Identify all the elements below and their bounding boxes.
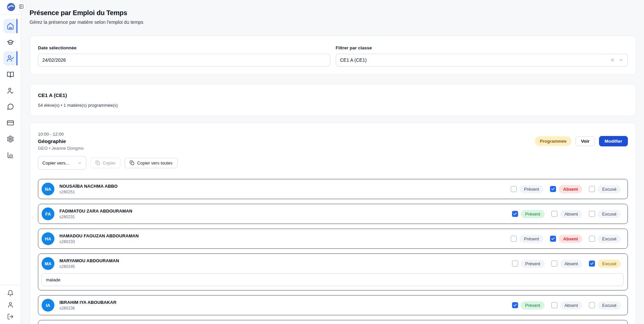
student-row: NANOUSAÏBA NACHMA ABBOs260251PrésentAbse… xyxy=(38,179,628,199)
sidebar-item-attendance[interactable] xyxy=(3,51,17,65)
home-icon xyxy=(7,22,14,30)
absent-label[interactable]: Absent xyxy=(560,260,582,268)
excused-checkbox[interactable] xyxy=(589,186,595,192)
filter-card: Date sélectionnée Filtrer par classe CE1… xyxy=(30,36,636,75)
student-main: NANOUSAÏBA NACHMA ABBOs260251PrésentAbse… xyxy=(38,179,628,199)
attendance-option-present: Présent xyxy=(512,210,545,218)
gear-icon xyxy=(7,135,14,143)
student-main: HAHAMADOU FAOUZAN ABDOURAMANs260233Prése… xyxy=(38,229,628,248)
copy-all-button[interactable]: Copier vers toutes xyxy=(125,158,178,168)
panel-toggle-icon xyxy=(19,4,24,9)
session-info: 10:00 - 12:00 Géographie GEO • Jeanne Do… xyxy=(38,132,84,151)
excused-label[interactable]: Excusé xyxy=(598,260,621,268)
page-title: Présence par Emploi du Temps xyxy=(30,9,636,17)
view-button[interactable]: Voir xyxy=(576,136,595,146)
sidebar-notifications-button[interactable] xyxy=(5,288,15,298)
absent-checkbox[interactable] xyxy=(550,236,556,242)
absent-label[interactable]: Absent xyxy=(560,210,582,218)
copy-button[interactable]: Copier xyxy=(90,158,121,168)
session-header: 10:00 - 12:00 Géographie GEO • Jeanne Do… xyxy=(38,132,628,151)
date-input[interactable] xyxy=(38,54,330,66)
absent-checkbox[interactable] xyxy=(550,186,556,192)
present-label[interactable]: Présent xyxy=(521,301,545,310)
sidebar-item-settings[interactable] xyxy=(3,132,17,146)
present-checkbox[interactable] xyxy=(512,211,518,217)
excused-label[interactable]: Excusé xyxy=(598,235,621,243)
excused-label[interactable]: Excusé xyxy=(598,210,621,218)
excused-label[interactable]: Excusé xyxy=(598,301,621,310)
student-row: MAMARYAMOU ABDOURAMANs260245PrésentAbsen… xyxy=(38,253,628,290)
class-filter-label: Filtrer par classe xyxy=(336,45,628,50)
sidebar-item-courses[interactable] xyxy=(3,35,17,49)
clear-filter-icon[interactable] xyxy=(610,58,615,62)
student-id: s260233 xyxy=(59,239,139,244)
avatar: IA xyxy=(42,299,54,312)
sidebar-nav xyxy=(0,14,21,162)
absent-checkbox[interactable] xyxy=(551,302,557,308)
sidebar-item-staff[interactable] xyxy=(3,83,17,98)
sidebar-profile-button[interactable] xyxy=(5,300,15,310)
present-label[interactable]: Présent xyxy=(519,185,543,193)
present-checkbox[interactable] xyxy=(511,186,517,192)
copy-toolbar: Copier vers... Copier Copier vers toutes xyxy=(38,156,628,170)
student-info: MARYAMOU ABDOURAMANs260245 xyxy=(59,258,119,269)
present-checkbox[interactable] xyxy=(512,302,518,308)
absent-label[interactable]: Absent xyxy=(559,185,582,193)
student-info: HAMADOU FAOUZAN ABDOURAMANs260233 xyxy=(59,233,139,244)
student-row: IAIBRAHIM IYA ABOUBAKARs260236PrésentAbs… xyxy=(38,295,628,315)
excused-checkbox[interactable] xyxy=(589,302,595,308)
student-row-partial xyxy=(38,320,628,324)
student-id: s260251 xyxy=(59,190,118,194)
attendance-option-absent: Absent xyxy=(551,260,582,268)
attendance-option-present: Présent xyxy=(511,235,543,243)
excused-checkbox[interactable] xyxy=(589,211,595,217)
present-checkbox[interactable] xyxy=(511,236,517,242)
chat-icon xyxy=(7,103,14,110)
attendance-option-absent: Absent xyxy=(551,210,582,218)
avatar: FA xyxy=(42,207,54,220)
student-row: FAFADIMATOU ZARA ABDOURAMANs260231Présen… xyxy=(38,204,628,224)
absent-checkbox[interactable] xyxy=(551,211,557,217)
present-label[interactable]: Présent xyxy=(521,260,545,268)
student-name: IBRAHIM IYA ABOUBAKAR xyxy=(59,300,117,305)
attendance-option-present: Présent xyxy=(511,185,543,193)
sidebar-toggle-button[interactable] xyxy=(16,1,26,11)
sidebar-item-payments[interactable] xyxy=(3,115,17,130)
absent-label[interactable]: Absent xyxy=(559,235,582,243)
student-name: HAMADOU FAOUZAN ABDOURAMAN xyxy=(59,233,139,238)
sidebar-item-home[interactable] xyxy=(3,19,17,33)
session-time: 10:00 - 12:00 xyxy=(38,132,84,137)
session-actions: Programmée Voir Modifier xyxy=(535,136,628,146)
avatar: MA xyxy=(42,257,54,270)
date-label: Date sélectionnée xyxy=(38,45,330,50)
excused-label[interactable]: Excusé xyxy=(598,185,621,193)
excused-checkbox[interactable] xyxy=(589,261,595,267)
user-icon xyxy=(7,302,14,308)
edit-button[interactable]: Modifier xyxy=(599,136,628,146)
attendance-option-absent: Absent xyxy=(551,301,582,310)
sidebar-item-messages[interactable] xyxy=(3,99,17,114)
attendance-option-present: Présent xyxy=(512,301,545,310)
student-main: MAMARYAMOU ABDOURAMANs260245PrésentAbsen… xyxy=(38,254,628,273)
copy-icon xyxy=(130,160,134,165)
present-label[interactable]: Présent xyxy=(521,210,545,218)
sidebar-item-subjects[interactable] xyxy=(3,67,17,82)
student-list: NANOUSAÏBA NACHMA ABBOs260251PrésentAbse… xyxy=(38,179,628,324)
present-label[interactable]: Présent xyxy=(519,235,543,243)
absent-label[interactable]: Absent xyxy=(560,301,582,310)
class-filter-select[interactable]: CE1 A (CE1) xyxy=(336,54,628,66)
present-checkbox[interactable] xyxy=(512,261,518,267)
sidebar-item-reports[interactable] xyxy=(3,148,17,162)
sidebar-logout-button[interactable] xyxy=(5,312,15,321)
absent-checkbox[interactable] xyxy=(551,261,557,267)
book-open-icon xyxy=(7,71,14,78)
attendance-option-excused: Excusé xyxy=(589,301,621,310)
app-root: Présence par Emploi du Temps Gérez la pr… xyxy=(0,0,644,324)
avatar: HA xyxy=(42,232,54,245)
session-meta: GEO • Jeanne Dongmo xyxy=(38,146,84,151)
comment-input[interactable] xyxy=(42,273,624,286)
excused-checkbox[interactable] xyxy=(589,236,595,242)
copy-target-select[interactable]: Copier vers... xyxy=(38,156,86,170)
student-main: FAFADIMATOU ZARA ABDOURAMANs260231Présen… xyxy=(38,204,628,224)
user-check-alt-icon xyxy=(7,87,14,94)
